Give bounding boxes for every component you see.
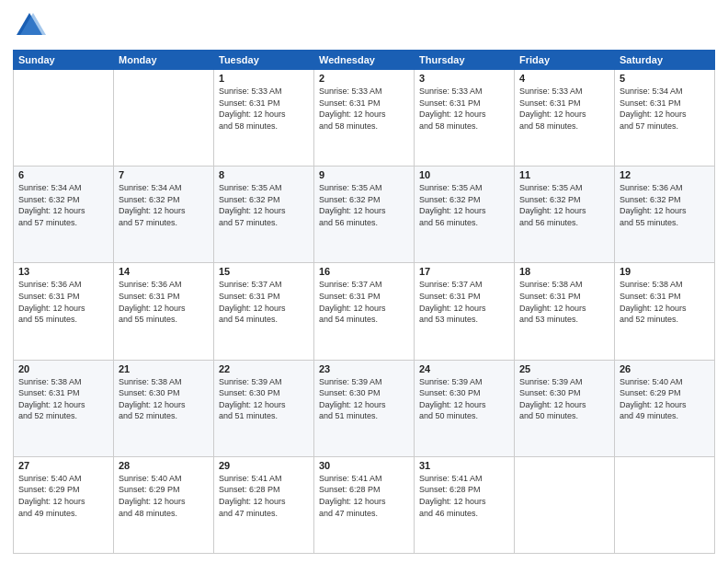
calendar-cell: 4Sunrise: 5:33 AM Sunset: 6:31 PM Daylig… [515, 70, 615, 167]
calendar-cell [114, 70, 214, 167]
day-number: 4 [519, 73, 609, 84]
day-info: Sunrise: 5:38 AM Sunset: 6:30 PM Dayligh… [119, 376, 209, 422]
day-number: 14 [119, 266, 209, 277]
calendar-cell: 9Sunrise: 5:35 AM Sunset: 6:32 PM Daylig… [314, 167, 415, 263]
day-info: Sunrise: 5:40 AM Sunset: 6:29 PM Dayligh… [620, 376, 710, 422]
day-number: 10 [419, 169, 509, 180]
calendar-header-sunday: Sunday [14, 51, 114, 70]
calendar-cell: 25Sunrise: 5:39 AM Sunset: 6:30 PM Dayli… [515, 360, 615, 456]
calendar-header-wednesday: Wednesday [314, 51, 415, 70]
calendar-week-1: 1Sunrise: 5:33 AM Sunset: 6:31 PM Daylig… [14, 70, 715, 167]
day-number: 15 [219, 266, 309, 277]
day-info: Sunrise: 5:35 AM Sunset: 6:32 PM Dayligh… [219, 182, 309, 228]
calendar-week-4: 20Sunrise: 5:38 AM Sunset: 6:31 PM Dayli… [14, 360, 715, 456]
day-info: Sunrise: 5:41 AM Sunset: 6:28 PM Dayligh… [219, 473, 309, 519]
day-info: Sunrise: 5:34 AM Sunset: 6:31 PM Dayligh… [620, 86, 710, 132]
calendar-header-monday: Monday [114, 51, 214, 70]
calendar-cell: 31Sunrise: 5:41 AM Sunset: 6:28 PM Dayli… [415, 456, 515, 553]
calendar-cell: 6Sunrise: 5:34 AM Sunset: 6:32 PM Daylig… [14, 167, 114, 263]
calendar-week-2: 6Sunrise: 5:34 AM Sunset: 6:32 PM Daylig… [14, 167, 715, 263]
calendar-cell: 29Sunrise: 5:41 AM Sunset: 6:28 PM Dayli… [214, 456, 314, 553]
day-info: Sunrise: 5:35 AM Sunset: 6:32 PM Dayligh… [519, 182, 609, 228]
calendar-cell: 26Sunrise: 5:40 AM Sunset: 6:29 PM Dayli… [615, 360, 715, 456]
day-info: Sunrise: 5:34 AM Sunset: 6:32 PM Dayligh… [119, 182, 209, 228]
day-info: Sunrise: 5:33 AM Sunset: 6:31 PM Dayligh… [319, 86, 409, 132]
day-number: 31 [419, 460, 509, 471]
day-number: 20 [18, 363, 108, 374]
calendar-cell: 24Sunrise: 5:39 AM Sunset: 6:30 PM Dayli… [415, 360, 515, 456]
day-number: 12 [620, 169, 710, 180]
calendar-header-friday: Friday [515, 51, 615, 70]
calendar-header-row: SundayMondayTuesdayWednesdayThursdayFrid… [14, 51, 715, 70]
calendar-cell: 3Sunrise: 5:33 AM Sunset: 6:31 PM Daylig… [415, 70, 515, 167]
day-number: 2 [319, 73, 409, 84]
day-info: Sunrise: 5:33 AM Sunset: 6:31 PM Dayligh… [519, 86, 609, 132]
day-number: 30 [319, 460, 409, 471]
day-number: 23 [319, 363, 409, 374]
day-info: Sunrise: 5:41 AM Sunset: 6:28 PM Dayligh… [319, 473, 409, 519]
day-info: Sunrise: 5:35 AM Sunset: 6:32 PM Dayligh… [319, 182, 409, 228]
day-info: Sunrise: 5:39 AM Sunset: 6:30 PM Dayligh… [419, 376, 509, 422]
day-number: 29 [219, 460, 309, 471]
day-info: Sunrise: 5:40 AM Sunset: 6:29 PM Dayligh… [119, 473, 209, 519]
day-info: Sunrise: 5:38 AM Sunset: 6:31 PM Dayligh… [18, 376, 108, 422]
calendar-cell: 12Sunrise: 5:36 AM Sunset: 6:32 PM Dayli… [615, 167, 715, 263]
calendar-cell: 11Sunrise: 5:35 AM Sunset: 6:32 PM Dayli… [515, 167, 615, 263]
calendar-cell: 27Sunrise: 5:40 AM Sunset: 6:29 PM Dayli… [14, 456, 114, 553]
day-number: 18 [519, 266, 609, 277]
day-info: Sunrise: 5:38 AM Sunset: 6:31 PM Dayligh… [620, 279, 710, 325]
day-number: 9 [319, 169, 409, 180]
day-number: 22 [219, 363, 309, 374]
day-info: Sunrise: 5:34 AM Sunset: 6:32 PM Dayligh… [18, 182, 108, 228]
day-number: 25 [519, 363, 609, 374]
calendar-cell: 19Sunrise: 5:38 AM Sunset: 6:31 PM Dayli… [615, 263, 715, 360]
day-info: Sunrise: 5:36 AM Sunset: 6:31 PM Dayligh… [119, 279, 209, 325]
day-number: 26 [620, 363, 710, 374]
calendar-cell: 21Sunrise: 5:38 AM Sunset: 6:30 PM Dayli… [114, 360, 214, 456]
day-number: 24 [419, 363, 509, 374]
logo-icon [13, 9, 46, 42]
calendar-cell: 13Sunrise: 5:36 AM Sunset: 6:31 PM Dayli… [14, 263, 114, 360]
calendar-body: 1Sunrise: 5:33 AM Sunset: 6:31 PM Daylig… [14, 70, 715, 554]
day-number: 17 [419, 266, 509, 277]
day-number: 5 [620, 73, 710, 84]
calendar-week-3: 13Sunrise: 5:36 AM Sunset: 6:31 PM Dayli… [14, 263, 715, 360]
logo [13, 9, 50, 42]
day-info: Sunrise: 5:33 AM Sunset: 6:31 PM Dayligh… [219, 86, 309, 132]
calendar-cell: 17Sunrise: 5:37 AM Sunset: 6:31 PM Dayli… [415, 263, 515, 360]
calendar-cell: 8Sunrise: 5:35 AM Sunset: 6:32 PM Daylig… [214, 167, 314, 263]
day-info: Sunrise: 5:35 AM Sunset: 6:32 PM Dayligh… [419, 182, 509, 228]
calendar-cell: 5Sunrise: 5:34 AM Sunset: 6:31 PM Daylig… [615, 70, 715, 167]
day-number: 19 [620, 266, 710, 277]
calendar-table: SundayMondayTuesdayWednesdayThursdayFrid… [13, 50, 715, 554]
calendar-cell: 1Sunrise: 5:33 AM Sunset: 6:31 PM Daylig… [214, 70, 314, 167]
calendar-cell: 18Sunrise: 5:38 AM Sunset: 6:31 PM Dayli… [515, 263, 615, 360]
day-info: Sunrise: 5:39 AM Sunset: 6:30 PM Dayligh… [519, 376, 609, 422]
day-number: 11 [519, 169, 609, 180]
calendar-cell: 20Sunrise: 5:38 AM Sunset: 6:31 PM Dayli… [14, 360, 114, 456]
calendar-header-thursday: Thursday [415, 51, 515, 70]
day-number: 7 [119, 169, 209, 180]
header [13, 9, 715, 42]
day-info: Sunrise: 5:41 AM Sunset: 6:28 PM Dayligh… [419, 473, 509, 519]
calendar-cell: 30Sunrise: 5:41 AM Sunset: 6:28 PM Dayli… [314, 456, 415, 553]
day-info: Sunrise: 5:38 AM Sunset: 6:31 PM Dayligh… [519, 279, 609, 325]
day-info: Sunrise: 5:37 AM Sunset: 6:31 PM Dayligh… [419, 279, 509, 325]
day-info: Sunrise: 5:40 AM Sunset: 6:29 PM Dayligh… [18, 473, 108, 519]
day-info: Sunrise: 5:36 AM Sunset: 6:31 PM Dayligh… [18, 279, 108, 325]
day-number: 6 [18, 169, 108, 180]
day-info: Sunrise: 5:36 AM Sunset: 6:32 PM Dayligh… [620, 182, 710, 228]
calendar-cell: 22Sunrise: 5:39 AM Sunset: 6:30 PM Dayli… [214, 360, 314, 456]
calendar-cell: 15Sunrise: 5:37 AM Sunset: 6:31 PM Dayli… [214, 263, 314, 360]
calendar-cell: 14Sunrise: 5:36 AM Sunset: 6:31 PM Dayli… [114, 263, 214, 360]
day-number: 16 [319, 266, 409, 277]
calendar-cell: 16Sunrise: 5:37 AM Sunset: 6:31 PM Dayli… [314, 263, 415, 360]
day-number: 1 [219, 73, 309, 84]
day-number: 28 [119, 460, 209, 471]
calendar-cell: 10Sunrise: 5:35 AM Sunset: 6:32 PM Dayli… [415, 167, 515, 263]
day-info: Sunrise: 5:39 AM Sunset: 6:30 PM Dayligh… [219, 376, 309, 422]
calendar-cell: 7Sunrise: 5:34 AM Sunset: 6:32 PM Daylig… [114, 167, 214, 263]
day-info: Sunrise: 5:37 AM Sunset: 6:31 PM Dayligh… [319, 279, 409, 325]
calendar-cell [14, 70, 114, 167]
calendar-cell [515, 456, 615, 553]
